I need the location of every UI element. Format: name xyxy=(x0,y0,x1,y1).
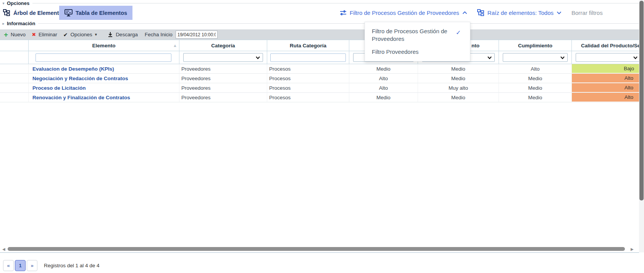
pagination: « 1 » xyxy=(3,260,37,271)
section-divider xyxy=(32,3,639,3)
cumplimiento-cell: Medio xyxy=(499,93,572,102)
scroll-left-arrow-icon[interactable]: ◀ xyxy=(2,247,5,251)
chevron-up-icon xyxy=(462,11,467,15)
section-divider xyxy=(38,23,639,24)
horizontal-scrollbar-thumb[interactable] xyxy=(8,247,625,251)
tab-tabla-label: Tabla de Elementos xyxy=(76,10,127,16)
calidad-cell: Alto xyxy=(572,83,639,93)
opciones-section-label: Opciones xyxy=(7,0,29,6)
tab-arbol-label: Árbol de Elementos xyxy=(13,10,65,16)
col4-cell: Alto xyxy=(349,83,418,93)
col5-cell: Muy alto xyxy=(418,83,499,93)
ruta-categoria-cell: Procesos xyxy=(267,74,349,83)
scroll-right-arrow-icon[interactable]: ▶ xyxy=(631,247,634,251)
vertical-scrollbar xyxy=(639,0,644,252)
sort-asc-icon[interactable]: ▲ xyxy=(173,43,177,48)
caret-down-icon: ▾ xyxy=(95,32,97,37)
clear-filters-button[interactable]: Borrar filtros xyxy=(571,10,603,16)
table-row: Proceso de LicitaciónProveedoresProcesos… xyxy=(0,83,639,93)
root-elements-control[interactable]: Raíz de elementos: Todos xyxy=(477,9,562,16)
header-selector-col xyxy=(0,40,29,51)
informacion-section-header: ▸ Información xyxy=(0,21,639,26)
filter-categoria-select[interactable] xyxy=(183,53,263,62)
sliders-filter-icon xyxy=(340,10,347,16)
elemento-cell: Evaluacion de Desempeño (KPIs) xyxy=(29,64,179,74)
root-elements-label: Raíz de elementos: Todos xyxy=(487,10,554,16)
process-filter-control[interactable]: Filtro de Procesos Gestión de Proveedore… xyxy=(340,10,467,16)
elemento-link[interactable]: Proceso de Licitación xyxy=(29,85,86,91)
cumplimiento-cell: Medio xyxy=(499,74,572,83)
vertical-scrollbar-thumb[interactable] xyxy=(639,1,644,200)
elemento-cell: Negociación y Redacción de Contratos xyxy=(29,74,179,83)
row-selector-cell[interactable] xyxy=(0,83,29,93)
ruta-categoria-cell: Procesos xyxy=(267,93,349,102)
ruta-categoria-cell: Procesos xyxy=(267,83,349,93)
horizontal-scrollbar: ◀ ▶ xyxy=(0,247,639,252)
calidad-cell: Alto xyxy=(572,74,639,83)
informacion-section-label: Información xyxy=(7,21,35,26)
col4-cell: Alto xyxy=(349,74,418,83)
options-menu-button[interactable]: ✔ Opciones ▾ xyxy=(63,32,97,38)
monitor-icon xyxy=(65,9,73,16)
header-cumplimiento[interactable]: Cumplimiento xyxy=(499,40,572,51)
col4-cell: Medio xyxy=(349,64,418,74)
header-categoria[interactable]: Categoría xyxy=(179,40,267,51)
delete-button[interactable]: ✖ Eliminar xyxy=(32,32,57,37)
elemento-cell: Renovación y Finalización de Contratos xyxy=(29,93,179,102)
tab-tabla-de-elementos[interactable]: Tabla de Elementos xyxy=(59,6,132,20)
row-selector-cell[interactable] xyxy=(0,74,29,83)
quality-badge: Bajo xyxy=(572,64,639,73)
expand-triangle-icon[interactable]: ▸ xyxy=(0,21,7,26)
table-row: Negociación y Redacción de ContratosProv… xyxy=(0,74,639,83)
cumplimiento-cell: Medio xyxy=(499,83,572,93)
ruta-categoria-cell: Procesos xyxy=(267,64,349,74)
elemento-link[interactable]: Evaluacion de Desempeño (KPIs) xyxy=(29,66,114,72)
pagination-page-1-button[interactable]: 1 xyxy=(15,260,26,271)
app-window: ▾ Opciones Árbol de Elementos Tabla xyxy=(0,0,644,273)
pagination-next-button[interactable]: » xyxy=(27,260,37,271)
header-ruta-categoria[interactable]: Ruta Categoría xyxy=(267,40,349,51)
calidad-cell: Alto xyxy=(572,93,639,102)
categoria-cell: Proveedores xyxy=(179,93,267,102)
tabs-row: Árbol de Elementos Tabla de Elementos xyxy=(0,6,639,20)
opciones-section-header: ▾ Opciones xyxy=(0,0,639,6)
table-row: Evaluacion de Desempeño (KPIs)Proveedore… xyxy=(0,64,639,74)
row-selector-cell[interactable] xyxy=(0,64,29,74)
elemento-link[interactable]: Renovación y Finalización de Contratos xyxy=(29,95,130,100)
table-toolbar: + Nuevo ✖ Eliminar ✔ Opciones ▾ Descarga… xyxy=(0,29,639,40)
elemento-link[interactable]: Negociación y Redacción de Contratos xyxy=(29,76,128,81)
categoria-cell: Proveedores xyxy=(179,64,267,74)
filter-calidad-select[interactable] xyxy=(576,53,639,62)
filter-cumplimiento-select[interactable] xyxy=(503,53,568,62)
collapse-triangle-icon[interactable]: ▾ xyxy=(0,1,7,5)
calidad-cell: Bajo xyxy=(572,64,639,74)
filter-selector-col xyxy=(0,51,29,64)
filter-ruta-input[interactable] xyxy=(270,53,346,62)
table-filter-row xyxy=(0,51,639,64)
table-body: Evaluacion de Desempeño (KPIs)Proveedore… xyxy=(0,64,639,102)
categoria-cell: Proveedores xyxy=(179,74,267,83)
filter-elemento-input[interactable] xyxy=(36,53,171,62)
header-calidad[interactable]: Calidad del Producto/Servicio xyxy=(572,40,639,51)
plus-icon: + xyxy=(4,32,8,37)
process-filter-dropdown: Filtro de Procesos Gestión de Proveedore… xyxy=(365,22,470,61)
fecha-inicio-input[interactable] xyxy=(176,31,218,39)
pagination-prev-button[interactable]: « xyxy=(3,260,14,271)
new-button[interactable]: + Nuevo xyxy=(4,32,26,37)
quality-badge: Alto xyxy=(572,83,639,92)
header-elemento[interactable]: Elemento ▲ xyxy=(29,40,179,51)
delete-x-icon: ✖ xyxy=(32,32,36,37)
quality-badge: Alto xyxy=(572,93,639,102)
select-chevron-icon xyxy=(487,56,492,59)
categoria-cell: Proveedores xyxy=(179,83,267,93)
tree-root-icon xyxy=(477,9,484,16)
col5-cell: Medio xyxy=(418,74,499,83)
col5-cell: Medio xyxy=(418,64,499,74)
filters-controls: Filtro de Procesos Gestión de Proveedore… xyxy=(340,6,603,20)
dropdown-item-selected[interactable]: Filtro de Procesos Gestión de Proveedore… xyxy=(372,27,464,43)
tab-arbol-de-elementos[interactable]: Árbol de Elementos xyxy=(3,6,65,20)
download-button[interactable]: Descarga xyxy=(108,32,138,37)
dropdown-item-filtro-proveedores[interactable]: Filtro Proveedores xyxy=(372,48,464,55)
row-selector-cell[interactable] xyxy=(0,93,29,102)
process-filter-label: Filtro de Procesos Gestión de Proveedore… xyxy=(350,10,459,16)
